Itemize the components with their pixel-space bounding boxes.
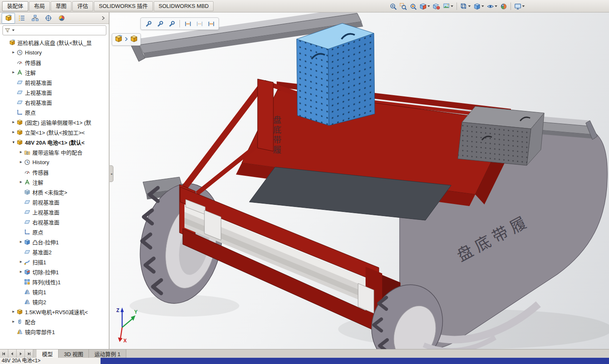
feature-manager-panel: 巡检机器人底盘 (默认<默认_显▶History传感器▶注解前视基准面上视基准面… xyxy=(0,12,109,349)
panel-expand-button[interactable] xyxy=(99,14,107,23)
tree-item-17[interactable]: 前视基准面 xyxy=(0,197,109,207)
expand-arrow-icon[interactable]: ▶ xyxy=(11,320,16,323)
origin-icon xyxy=(17,109,23,116)
menu-tab-1[interactable]: 装配体 xyxy=(2,1,28,11)
expand-arrow-icon[interactable]: ▶ xyxy=(18,270,24,273)
panel-tab-property-manager[interactable] xyxy=(15,13,28,24)
expand-arrow-icon[interactable]: ▶ xyxy=(18,160,24,164)
expand-arrow-icon[interactable]: ▼ xyxy=(11,140,16,144)
panel-tab-dimxpert-manager[interactable] xyxy=(42,13,55,24)
insert-mate-button[interactable] xyxy=(143,19,154,29)
assembly-icon xyxy=(115,35,123,43)
panel-collapse-handle[interactable]: ◄ xyxy=(110,165,113,182)
pattern-icon xyxy=(24,279,30,285)
tree-item-7[interactable]: 右视基准面 xyxy=(0,97,109,107)
assembly-icon[interactable] xyxy=(115,35,123,44)
tree-item-24[interactable]: ▶切除-拉伸1 xyxy=(0,267,109,277)
mate-button[interactable] xyxy=(155,19,165,29)
apply-scene-button[interactable] xyxy=(442,1,454,11)
annotations-icon xyxy=(16,69,23,76)
tree-item-1[interactable]: 巡检机器人底盘 (默认<默认_显 xyxy=(0,37,109,47)
part-icon xyxy=(17,129,23,135)
sheet-tab-2[interactable]: 3D 视图 xyxy=(59,349,89,358)
tree-item-29[interactable]: ▶配合 xyxy=(0,317,109,327)
tree-item-2[interactable]: ▶History xyxy=(0,47,109,57)
tree-item-22[interactable]: 基准面2 xyxy=(0,247,109,257)
nav-next-button[interactable] xyxy=(17,349,25,358)
tree-item-13[interactable]: ▶History xyxy=(0,157,109,167)
expand-arrow-icon[interactable]: ▶ xyxy=(11,121,16,124)
nav-last-button[interactable] xyxy=(25,349,33,358)
expand-arrow-icon[interactable]: ▶ xyxy=(18,260,24,263)
section-view-button[interactable] xyxy=(418,1,431,11)
sheet-tab-3[interactable]: 运动算例 1 xyxy=(89,349,126,358)
tree-item-5[interactable]: 前视基准面 xyxy=(0,77,109,87)
menu-tab-6[interactable]: SOLIDWORKS MBD xyxy=(154,1,214,11)
nav-first-button[interactable] xyxy=(0,349,8,358)
appearance-sphere-button[interactable] xyxy=(499,1,508,11)
tree-item-30[interactable]: 镜向零部件1 xyxy=(0,327,109,337)
menu-tab-2[interactable]: 布局 xyxy=(29,1,50,11)
expand-arrow-icon[interactable]: ▶ xyxy=(11,51,16,54)
tree-item-15[interactable]: ▶注解 xyxy=(0,177,109,187)
expand-arrow-icon[interactable]: ▶ xyxy=(11,71,16,74)
zoom-in-button[interactable] xyxy=(388,1,398,11)
tree-item-21[interactable]: ▶凸台-拉伸1 xyxy=(0,237,109,247)
tree-item-16[interactable]: 材质 <未指定> xyxy=(0,187,109,197)
angle-mate-button[interactable] xyxy=(206,19,216,29)
panel-tab-feature-manager[interactable] xyxy=(2,13,15,24)
expand-arrow-icon[interactable]: ▶ xyxy=(18,180,24,184)
display-style-icon xyxy=(474,3,481,10)
tree-item-25[interactable]: 阵列(线性)1 xyxy=(0,277,109,287)
viewport-options-button[interactable] xyxy=(513,1,526,11)
sheet-tab-1[interactable]: 模型 xyxy=(37,349,59,358)
tree-item-14[interactable]: 传感器 xyxy=(0,167,109,177)
tree-item-19[interactable]: 右视基准面 xyxy=(0,217,109,227)
menu-tab-4[interactable]: 评估 xyxy=(72,1,93,11)
history-icon xyxy=(16,49,23,56)
graphics-viewport[interactable]: 盘底带履 xyxy=(110,12,609,349)
tree-item-4[interactable]: ▶注解 xyxy=(0,67,109,77)
filter-input[interactable] xyxy=(2,25,106,35)
width-mate-button[interactable] xyxy=(182,19,193,29)
model-scene[interactable]: 盘底带履 xyxy=(110,12,609,349)
tree-item-label: 右视基准面 xyxy=(32,218,59,226)
tree-item-10[interactable]: ▶立架<1> (默认<按加工>< xyxy=(0,127,109,137)
feature-manager-icon xyxy=(5,15,12,22)
tree-item-8[interactable]: 原点 xyxy=(0,107,109,117)
tree-item-6[interactable]: 上视基准面 xyxy=(0,87,109,97)
nav-prev-button[interactable] xyxy=(8,349,17,358)
panel-tab-configuration-manager[interactable] xyxy=(28,13,42,24)
material-icon xyxy=(24,189,31,195)
menu-tab-3[interactable]: 草图 xyxy=(51,1,71,11)
zoom-fit-button[interactable] xyxy=(408,1,418,11)
control-box[interactable] xyxy=(458,106,544,165)
tree-item-12[interactable]: ▶履带运输车 中的配合 xyxy=(0,147,109,157)
tree-item-18[interactable]: 上视基准面 xyxy=(0,207,109,217)
zoom-area-button[interactable] xyxy=(398,1,408,11)
expand-arrow-icon[interactable]: ▶ xyxy=(11,310,16,313)
tree-item-23[interactable]: ▶扫描1 xyxy=(0,257,109,267)
battery-box[interactable] xyxy=(297,23,375,125)
panel-tab-display-manager[interactable] xyxy=(55,13,68,24)
tree-item-20[interactable]: 原点 xyxy=(0,227,109,237)
view-orientation-button[interactable] xyxy=(459,1,472,11)
tree-item-26[interactable]: 镜向1 xyxy=(0,287,109,297)
display-style-button[interactable] xyxy=(472,1,485,11)
tree-item-3[interactable]: 传感器 xyxy=(0,57,109,67)
menu-tab-5[interactable]: SOLIDWORKS 插件 xyxy=(94,1,153,11)
display-manager-icon xyxy=(58,15,65,22)
tree-item-27[interactable]: 镜向2 xyxy=(0,297,109,307)
tree-item-11[interactable]: ▼48V 20A 电池<1> (默认< xyxy=(0,137,109,147)
distance-mate-button[interactable] xyxy=(194,19,205,29)
edit-appearance-button[interactable] xyxy=(432,1,441,11)
annotations-icon xyxy=(17,69,23,76)
hide-show-button[interactable] xyxy=(486,1,498,11)
tree-item-9[interactable]: ▶(固定) 运输单侧履带<1> (默 xyxy=(0,117,109,127)
smart-mate-button[interactable] xyxy=(166,19,177,29)
part-icon[interactable] xyxy=(130,35,138,44)
tree-item-28[interactable]: ▶1.5KW电机+RV50减速机< xyxy=(0,307,109,317)
expand-arrow-icon[interactable]: ▶ xyxy=(18,240,24,243)
expand-arrow-icon[interactable]: ▶ xyxy=(11,130,16,134)
expand-arrow-icon[interactable]: ▶ xyxy=(18,150,24,154)
